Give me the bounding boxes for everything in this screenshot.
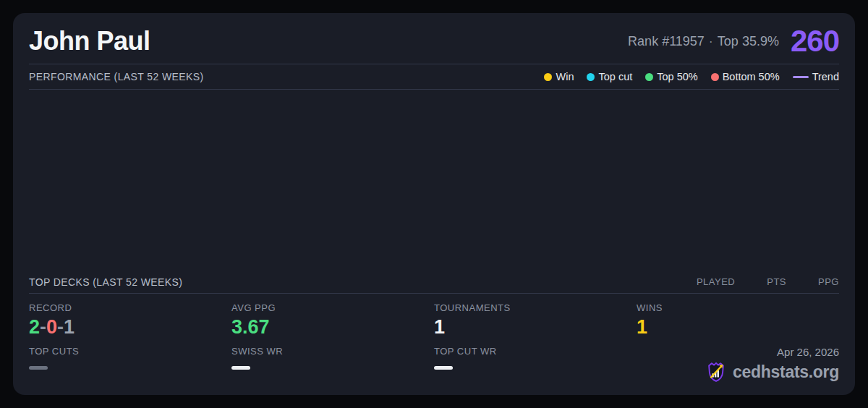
brand-row: cedhstats.org	[705, 360, 839, 383]
rank-text: Rank #11957·Top 35.9%	[628, 34, 779, 49]
card-header: John Paul Rank #11957·Top 35.9% 260	[29, 20, 839, 64]
legend-label-trend: Trend	[812, 71, 839, 82]
wins-label: WINS	[637, 302, 839, 313]
bottom-50-dot-icon	[711, 73, 719, 81]
legend-item-trend: Trend	[793, 71, 839, 82]
stat-record: RECORD 2-0-1	[29, 302, 231, 337]
legend-label-win: Win	[556, 71, 574, 82]
record-value: 2-0-1	[29, 317, 231, 337]
avg-ppg-value: 3.67	[231, 317, 434, 337]
legend-item-top-50: Top 50%	[645, 71, 697, 82]
swiss-wr-label: SWISS WR	[231, 346, 434, 357]
tournaments-value: 1	[434, 317, 637, 337]
top-decks-header-row: TOP DECKS (LAST 52 WEEKS) PLAYED PTS PPG	[29, 271, 839, 294]
record-separator-1: -	[40, 316, 46, 338]
top-cut-dot-icon	[587, 73, 595, 81]
stat-wins: WINS 1	[637, 302, 839, 337]
chart-legend: Win Top cut Top 50% Bottom 50% Trend	[544, 71, 839, 82]
rank-number: Rank #11957	[628, 34, 705, 48]
brand-name: cedhstats.org	[733, 362, 839, 382]
top-cut-wr-empty-value	[434, 366, 453, 370]
legend-label-bottom-50: Bottom 50%	[723, 71, 780, 82]
legend-label-top-cut: Top cut	[598, 71, 632, 82]
legend-item-win: Win	[544, 71, 574, 82]
record-wins: 2	[29, 316, 40, 338]
wins-value: 1	[637, 317, 839, 337]
record-losses: 0	[46, 316, 57, 338]
performance-header-row: PERFORMANCE (LAST 52 WEEKS) Win Top cut …	[29, 64, 839, 90]
top-decks-section-label: TOP DECKS (LAST 52 WEEKS)	[29, 276, 182, 288]
generated-date: Apr 26, 2026	[777, 346, 839, 358]
player-points: 260	[791, 26, 839, 56]
legend-item-top-cut: Top cut	[587, 71, 632, 82]
top-percent: Top 35.9%	[718, 34, 779, 48]
stat-swiss-wr: SWISS WR	[231, 346, 434, 383]
stat-avg-ppg: AVG PPG 3.67	[231, 302, 434, 337]
performance-chart-area	[29, 90, 839, 271]
footer-branding: Apr 26, 2026 cedhstats.org	[637, 346, 839, 383]
stat-top-cuts: TOP CUTS	[29, 346, 231, 383]
swiss-wr-empty-value	[231, 366, 250, 370]
avg-ppg-label: AVG PPG	[231, 302, 434, 313]
tournaments-label: TOURNAMENTS	[434, 302, 637, 313]
column-header-pts: PTS	[767, 276, 786, 287]
player-name: John Paul	[29, 26, 150, 56]
record-draws: 1	[64, 316, 75, 338]
column-header-ppg: PPG	[818, 276, 839, 287]
record-separator-2: -	[57, 316, 64, 338]
stat-top-cut-wr: TOP CUT WR	[434, 346, 637, 383]
player-stats-card: John Paul Rank #11957·Top 35.9% 260 PERF…	[13, 13, 855, 395]
performance-section-label: PERFORMANCE (LAST 52 WEEKS)	[29, 71, 204, 82]
stats-grid: RECORD 2-0-1 AVG PPG 3.67 TOURNAMENTS 1 …	[29, 294, 839, 383]
win-dot-icon	[544, 73, 552, 81]
top-decks-columns: PLAYED PTS PPG	[697, 276, 839, 287]
stat-tournaments: TOURNAMENTS 1	[434, 302, 637, 337]
top-cuts-label: TOP CUTS	[29, 346, 231, 357]
top-cuts-empty-value	[29, 366, 48, 370]
rank-separator: ·	[709, 34, 713, 48]
cedhstats-logo-icon	[705, 360, 727, 383]
top-50-dot-icon	[645, 73, 653, 81]
legend-label-top-50: Top 50%	[657, 71, 697, 82]
trend-line-icon	[793, 76, 809, 78]
legend-item-bottom-50: Bottom 50%	[711, 71, 780, 82]
header-rank-group: Rank #11957·Top 35.9% 260	[628, 26, 839, 56]
record-label: RECORD	[29, 302, 231, 313]
top-cut-wr-label: TOP CUT WR	[434, 346, 637, 357]
column-header-played: PLAYED	[697, 276, 735, 287]
